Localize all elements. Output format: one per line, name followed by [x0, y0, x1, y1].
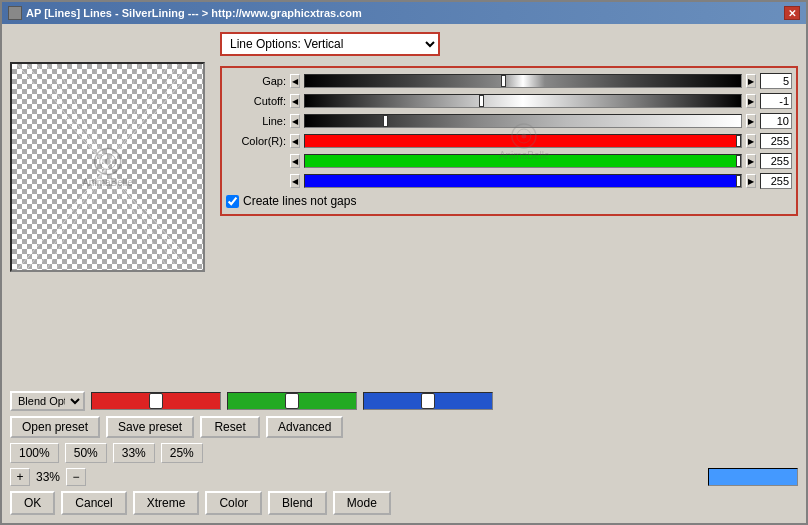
- color-r-label: Color(R):: [226, 135, 286, 147]
- cutoff-value[interactable]: [760, 93, 792, 109]
- preview-panel: AnimaBelle: [10, 32, 210, 383]
- color-b-thumb[interactable]: [736, 175, 741, 187]
- color-b-arrow-right[interactable]: ▶: [746, 174, 756, 188]
- line-options-dropdown[interactable]: Line Options: Vertical Line Options: Hor…: [220, 32, 440, 56]
- zoom-control-row: + 33% −: [10, 468, 798, 486]
- zoom-33-button[interactable]: 33%: [113, 443, 155, 463]
- zoom-current-value: 33%: [36, 470, 60, 484]
- gap-label: Gap:: [226, 75, 286, 87]
- cutoff-row: Cutoff: ◀ ▶: [226, 92, 792, 110]
- open-preset-button[interactable]: Open preset: [10, 416, 100, 438]
- save-preset-button[interactable]: Save preset: [106, 416, 194, 438]
- svg-line-21: [46, 167, 107, 270]
- color-r-value[interactable]: [760, 133, 792, 149]
- svg-line-19: [27, 167, 107, 270]
- svg-line-10: [107, 64, 188, 167]
- line-label: Line:: [226, 115, 286, 127]
- svg-line-12: [107, 64, 169, 167]
- window-title: AP [Lines] Lines - SilverLining --- > ht…: [26, 7, 362, 19]
- cutoff-slider[interactable]: [304, 94, 742, 108]
- svg-line-30: [107, 167, 169, 270]
- create-lines-checkbox[interactable]: [226, 195, 239, 208]
- color-swatch: [708, 468, 798, 486]
- create-lines-label[interactable]: Create lines not gaps: [226, 194, 356, 208]
- color-button[interactable]: Color: [205, 491, 262, 515]
- blend-red-thumb[interactable]: [149, 393, 163, 409]
- color-g-value[interactable]: [760, 153, 792, 169]
- gap-value[interactable]: [760, 73, 792, 89]
- cutoff-arrow-left[interactable]: ◀: [290, 94, 300, 108]
- main-window: AP [Lines] Lines - SilverLining --- > ht…: [0, 0, 808, 525]
- bottom-controls: Blend Opti Normal Multiply Screen Open p…: [2, 391, 806, 523]
- gap-arrow-left[interactable]: ◀: [290, 74, 300, 88]
- gap-slider[interactable]: [304, 74, 742, 88]
- action-button-row: OK Cancel Xtreme Color Blend Mode: [10, 491, 798, 515]
- line-value[interactable]: [760, 113, 792, 129]
- blend-button[interactable]: Blend: [268, 491, 327, 515]
- line-row: Line: ◀ ▶: [226, 112, 792, 130]
- color-r-slider[interactable]: [304, 134, 742, 148]
- reset-button[interactable]: Reset: [200, 416, 260, 438]
- line-thumb[interactable]: [383, 115, 388, 127]
- blend-green-slider[interactable]: [227, 392, 357, 410]
- svg-line-31: [107, 167, 159, 270]
- blend-blue-slider[interactable]: [363, 392, 493, 410]
- line-arrow-left[interactable]: ◀: [290, 114, 300, 128]
- zoom-100-button[interactable]: 100%: [10, 443, 59, 463]
- close-button[interactable]: ✕: [784, 6, 800, 20]
- slider-section: Gap: ◀ ▶ Cutoff: ◀ ▶: [220, 66, 798, 216]
- title-bar-left: AP [Lines] Lines - SilverLining --- > ht…: [8, 6, 362, 20]
- svg-line-33: [107, 167, 139, 270]
- color-r-arrow-left[interactable]: ◀: [290, 134, 300, 148]
- controls-panel: Line Options: Vertical Line Options: Hor…: [220, 32, 798, 383]
- color-b-slider[interactable]: [304, 174, 742, 188]
- color-g-thumb[interactable]: [736, 155, 741, 167]
- svg-line-13: [107, 64, 159, 167]
- blend-dropdown[interactable]: Blend Opti Normal Multiply Screen: [10, 391, 85, 411]
- zoom-50-button[interactable]: 50%: [65, 443, 107, 463]
- mode-button[interactable]: Mode: [333, 491, 391, 515]
- blend-blue-thumb[interactable]: [421, 393, 435, 409]
- color-b-arrow-left[interactable]: ◀: [290, 174, 300, 188]
- preview-svg: [12, 64, 203, 270]
- gap-arrow-right[interactable]: ▶: [746, 74, 756, 88]
- preview-overlay: [12, 64, 203, 270]
- color-g-arrow-left[interactable]: ◀: [290, 154, 300, 168]
- zoom-25-button[interactable]: 25%: [161, 443, 203, 463]
- cutoff-arrow-right[interactable]: ▶: [746, 94, 756, 108]
- color-b-value[interactable]: [760, 173, 792, 189]
- svg-line-28: [107, 167, 188, 270]
- svg-line-15: [107, 64, 139, 167]
- svg-line-34: [107, 167, 130, 270]
- xtreme-button[interactable]: Xtreme: [133, 491, 200, 515]
- color-g-arrow-right[interactable]: ▶: [746, 154, 756, 168]
- color-r-arrow-right[interactable]: ▶: [746, 134, 756, 148]
- line-options-row: Line Options: Vertical Line Options: Hor…: [220, 32, 798, 56]
- cancel-button[interactable]: Cancel: [61, 491, 126, 515]
- svg-line-0: [17, 64, 107, 167]
- svg-line-1: [27, 64, 107, 167]
- color-g-slider[interactable]: [304, 154, 742, 168]
- zoom-plus-button[interactable]: +: [10, 468, 30, 486]
- color-b-row: ◀ ▶: [226, 172, 792, 190]
- zoom-minus-button[interactable]: −: [66, 468, 86, 486]
- gap-row: Gap: ◀ ▶: [226, 72, 792, 90]
- line-arrow-right[interactable]: ▶: [746, 114, 756, 128]
- color-r-thumb[interactable]: [736, 135, 741, 147]
- svg-line-18: [17, 167, 107, 270]
- advanced-button[interactable]: Advanced: [266, 416, 343, 438]
- create-lines-row: Create lines not gaps: [226, 192, 792, 210]
- preview-box: AnimaBelle: [10, 62, 205, 272]
- svg-line-3: [46, 64, 107, 167]
- create-lines-text: Create lines not gaps: [243, 194, 356, 208]
- blend-red-slider[interactable]: [91, 392, 221, 410]
- svg-line-27: [107, 167, 198, 270]
- spacer: [220, 228, 798, 383]
- cutoff-thumb[interactable]: [479, 95, 484, 107]
- line-slider[interactable]: [304, 114, 742, 128]
- svg-line-24: [76, 167, 107, 270]
- blend-green-thumb[interactable]: [285, 393, 299, 409]
- ok-button[interactable]: OK: [10, 491, 55, 515]
- gap-thumb[interactable]: [501, 75, 506, 87]
- svg-line-6: [76, 64, 107, 167]
